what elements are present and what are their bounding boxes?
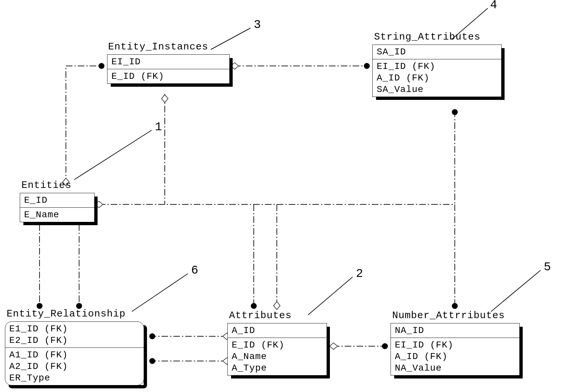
entity-instances-title: Entity_Instances [108,41,208,52]
svg-point-9 [452,303,458,309]
callout-6: 6 [191,264,198,277]
svg-line-20 [74,130,152,180]
field-er-type: ER_Type [9,372,140,384]
string-attributes-table: SA_ID EI_ID (FK) A_ID (FK) SA_Value [372,45,502,97]
field-er-e1-id: E1_ID (FK) [9,323,140,335]
field-na-value: NA_Value [395,362,515,374]
callout-5: 5 [544,260,551,274]
field-sa-a-id-fk: A_ID (FK) [377,72,497,84]
entities-title: Entities [21,180,72,191]
field-er-e2-id: E2_ID (FK) [9,335,140,346]
callout-1: 1 [155,120,162,134]
string-attributes-title: String_Attributes [374,31,480,43]
svg-point-17 [149,358,155,364]
svg-line-21 [132,274,188,312]
field-sa-ei-id-fk: EI_ID (FK) [377,61,497,72]
field-na-id: NA_ID [395,325,515,336]
field-attr-e-id-fk: E_ID (FK) [232,339,323,351]
field-attr-a-name: A_Name [232,351,323,362]
entities-table: E_ID E_Name [20,193,95,222]
field-er-a1-id: A1_ID (FK) [9,349,140,361]
svg-point-15 [149,333,155,339]
field-entities-e-id: E_ID [24,195,90,206]
field-ei-id: EI_ID [111,56,225,68]
field-e-id-fk: E_ID (FK) [111,71,225,82]
attributes-title: Attributes [229,310,292,321]
number-attributes-table: NA_ID EI_ID (FK) A_ID (FK) NA_Value [391,323,520,376]
svg-point-1 [99,63,104,69]
field-sa-value: SA_Value [377,84,497,95]
svg-point-11 [382,343,388,349]
number-attributes-title: Number_Attrributes [392,310,505,321]
field-attr-a-id: A_ID [232,325,323,336]
svg-marker-10 [330,343,337,349]
field-attr-a-type: A_Type [232,362,323,374]
callout-3: 3 [254,18,261,32]
field-na-a-id-fk: A_ID (FK) [395,351,515,362]
attributes-table: A_ID E_ID (FK) A_Name A_Type [227,323,327,376]
svg-marker-5 [274,302,280,310]
svg-marker-2 [161,95,168,103]
entity-instances-table: EI_ID E_ID (FK) [107,54,230,84]
svg-point-8 [452,109,458,115]
field-sa-id: SA_ID [377,46,497,58]
svg-line-18 [211,28,250,49]
entity-relationship-table: E1_ID (FK) E2_ID (FK) A1_ID (FK) A2_ID (… [5,321,144,385]
callout-2: 2 [356,267,363,281]
field-er-a2-id: A2_ID (FK) [9,361,140,372]
svg-line-22 [308,277,353,315]
entity-relationship-title: Entity_Relationship [7,308,126,319]
callout-4: 4 [490,0,497,12]
svg-point-4 [251,303,257,309]
svg-point-7 [364,63,370,69]
field-entities-e-name: E_Name [24,209,90,221]
field-na-ei-id-fk: EI_ID (FK) [395,339,515,351]
svg-line-23 [491,270,540,312]
